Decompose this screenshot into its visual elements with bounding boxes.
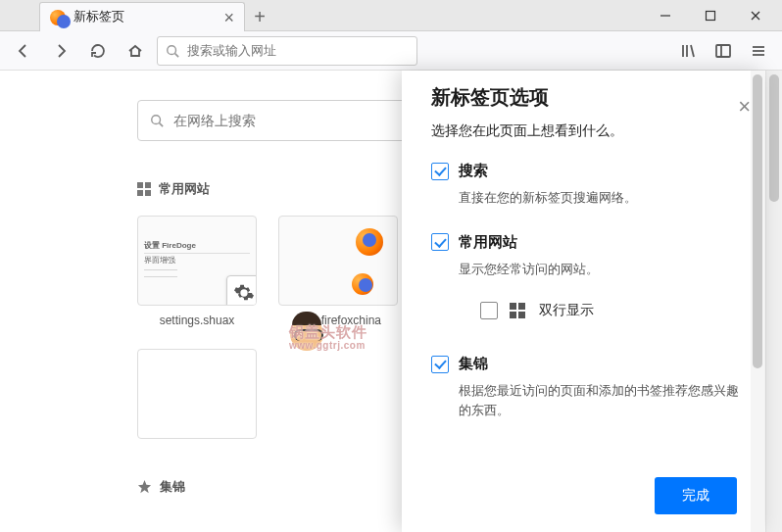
scrollbar-thumb[interactable] [769,74,779,202]
watermark-text: 锅盖头软件www.ggtrj.com [289,323,367,351]
url-bar[interactable] [157,36,417,66]
tile-thumbnail: 设置 FireDoge 界面增强 ──────── ──────── [137,216,257,306]
url-input[interactable] [187,43,409,58]
option-title: 集锦 [459,355,488,373]
browser-tab[interactable]: 新标签页 × [39,2,245,31]
tile-caption: settings.shuax [137,314,257,327]
svg-rect-17 [145,182,151,188]
window-close-button[interactable] [733,1,778,30]
svg-point-4 [168,45,176,54]
grid-icon [137,182,151,196]
back-button[interactable] [8,35,39,67]
panel-title: 新标签页选项 [431,84,743,111]
sidebar-button[interactable] [708,35,739,67]
home-button[interactable] [120,35,151,67]
option-desc: 根据您最近访问的页面和添加的书签推荐您感兴趣的东西。 [459,381,743,419]
new-tab-button[interactable]: + [245,2,274,31]
window-maximize-button[interactable] [688,1,733,30]
svg-line-15 [160,123,164,127]
svg-line-5 [175,53,179,57]
top-sites-label: 常用网站 [159,180,210,198]
library-button[interactable] [672,35,704,67]
tab-close-button[interactable]: × [223,9,234,26]
tile-thumbnail [278,216,398,306]
scrollbar-thumb[interactable] [753,74,762,368]
two-rows-checkbox[interactable] [480,302,498,319]
highlights-label: 集锦 [160,478,185,496]
panel-scrollbar[interactable] [751,71,764,532]
svg-rect-1 [707,11,715,20]
navigation-toolbar [0,31,782,71]
tab-strip: 新标签页 × + [0,0,274,31]
tab-title: 新标签页 [73,9,216,25]
search-icon [150,114,164,127]
option-search: 搜索 直接在您的新标签页搜遍网络。 [431,162,743,208]
done-button[interactable]: 完成 [655,477,737,514]
option-desc: 显示您经常访问的网站。 [459,260,743,279]
svg-line-8 [691,45,694,57]
svg-rect-18 [137,190,143,196]
gear-icon [226,275,257,306]
grid-icon [510,303,527,318]
highlights-icon [137,480,152,495]
forward-button[interactable] [45,35,76,67]
top-sites-checkbox[interactable] [431,233,449,251]
top-site-tile-empty[interactable] [137,349,257,439]
window-minimize-button[interactable] [643,1,688,30]
search-icon [166,44,179,58]
tile-thumbnail [137,349,257,439]
menu-button[interactable] [743,35,774,67]
svg-point-14 [152,116,161,124]
option-desc: 直接在您的新标签页搜遍网络。 [459,188,743,208]
panel-close-button[interactable]: × [738,96,751,118]
reload-button[interactable] [82,35,114,67]
page-scrollbar[interactable] [765,71,782,532]
panel-subtitle: 选择您在此页面上想看到什么。 [431,122,743,140]
top-site-tile[interactable]: start.firefoxchina [278,216,398,327]
svg-rect-16 [137,182,143,188]
newtab-options-panel: × 新标签页选项 选择您在此页面上想看到什么。 搜索 直接在您的新标签页搜遍网络… [402,71,764,532]
option-title: 常用网站 [459,233,517,252]
two-rows-option: 双行显示 [480,292,743,329]
highlights-checkbox[interactable] [431,356,449,373]
svg-rect-19 [145,190,151,196]
firefox-favicon-icon [50,10,66,25]
search-checkbox[interactable] [431,163,449,180]
option-top-sites: 常用网站 显示您经常访问的网站。 双行显示 [431,233,743,330]
option-highlights: 集锦 根据您最近访问的页面和添加的书签推荐您感兴趣的东西。 [431,355,743,419]
option-title: 搜索 [459,162,488,180]
svg-rect-9 [716,45,730,57]
two-rows-label: 双行显示 [539,302,594,319]
top-site-tile[interactable]: 设置 FireDoge 界面增强 ──────── ──────── setti… [137,216,257,327]
